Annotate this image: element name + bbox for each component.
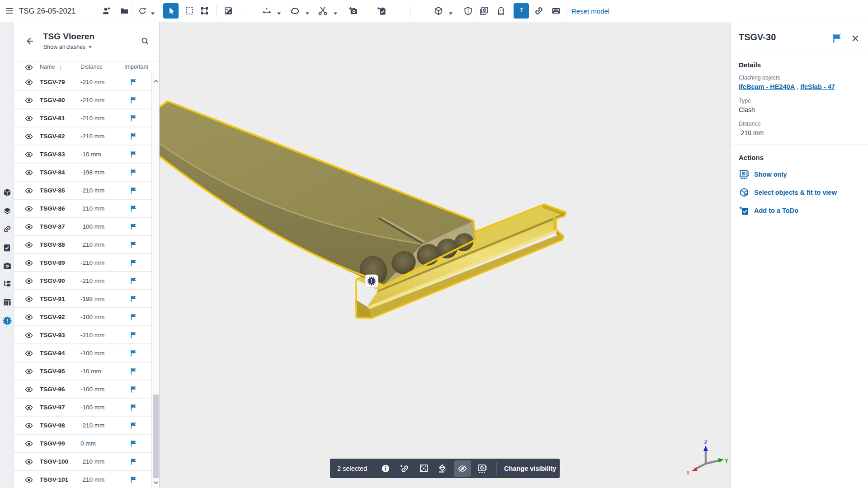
clash-name[interactable]: TSGV-82 [40,133,65,140]
clash-row[interactable]: TSGV-100 -210 mm [14,453,160,471]
important-flag-icon[interactable] [832,33,843,44]
important-flag-icon[interactable] [130,385,137,393]
clash-row[interactable]: TSGV-94 -100 mm [14,344,160,362]
rail-clash-detection-icon-active[interactable]: ! [0,313,14,328]
clash-row[interactable]: TSGV-101 -210 mm [14,471,160,488]
measure-caret-icon[interactable] [277,9,281,13]
column-distance[interactable]: Distance [80,64,103,70]
clash-marker[interactable]: ! [365,275,378,287]
back-arrow-icon[interactable] [23,35,36,47]
change-visibility-button[interactable]: Change visibility [504,465,556,472]
adjust-contrast-icon[interactable] [221,3,236,19]
rail-models-icon[interactable] [0,185,14,200]
clash-name[interactable]: TSGV-101 [40,476,68,483]
clash-name[interactable]: TSGV-94 [40,350,65,357]
visibility-eye-icon[interactable] [25,187,33,195]
add-collaborator-icon[interactable] [99,3,114,19]
important-flag-icon[interactable] [130,458,137,465]
fit-selection-icon[interactable] [418,463,429,474]
important-flag-icon[interactable] [130,223,137,230]
important-flag-icon[interactable] [130,277,137,285]
folder-icon[interactable] [117,3,132,19]
visibility-eye-icon[interactable] [25,385,33,394]
clash-row[interactable]: TSGV-88 -210 mm [14,236,160,254]
hamburger-menu-icon[interactable] [2,3,17,19]
measure-tool[interactable]: x [259,3,274,19]
clash-name[interactable]: TSGV-89 [40,259,65,266]
important-flag-icon[interactable] [130,78,137,86]
clash-name[interactable]: TSGV-98 [40,422,65,429]
visibility-eye-icon[interactable] [25,205,33,213]
rail-snapshots-icon[interactable] [0,258,14,273]
important-flag-icon[interactable] [130,169,137,176]
hide-selected-icon-active[interactable] [454,460,471,477]
visibility-eye-icon[interactable] [25,476,33,484]
important-flag-icon[interactable] [130,440,137,447]
important-flag-icon[interactable] [130,241,137,249]
ghost-mode-icon[interactable] [493,3,509,19]
select-arrow-tool[interactable] [163,3,179,19]
scroll-up-icon[interactable] [153,79,159,84]
important-flag-icon[interactable] [130,404,137,411]
important-flag-icon[interactable] [130,331,137,339]
clash-row[interactable]: TSGV-80 -210 mm [14,91,160,109]
clash-row[interactable]: TSGV-95 -10 mm [14,362,160,380]
show-only-action[interactable]: Show only [739,168,861,181]
clash-row[interactable]: TSGV-93 -210 mm [14,326,160,344]
clash-name[interactable]: TSGV-80 [40,97,65,103]
column-name[interactable]: Name [40,64,55,70]
section-cut-caret-icon[interactable] [333,9,338,13]
reset-model-button[interactable]: Reset model [571,0,609,22]
clash-name[interactable]: TSGV-93 [40,332,65,338]
undo-redo-icon[interactable] [135,3,150,19]
rail-tables-icon[interactable] [0,295,14,310]
clash-name[interactable]: TSGV-86 [40,205,65,212]
clash-row[interactable]: TSGV-83 -10 mm [14,145,160,164]
paint-bucket-icon[interactable] [437,463,448,474]
clash-name[interactable]: TSGV-97 [40,404,65,411]
help-button[interactable]: ? [514,3,529,19]
visibility-eye-icon[interactable] [25,150,33,159]
clash-row[interactable]: TSGV-98 -210 mm [14,417,160,435]
clash-name[interactable]: TSGV-100 [40,458,68,465]
clash-name[interactable]: TSGV-95 [40,368,65,375]
view-cube-caret-icon[interactable] [448,9,453,13]
important-flag-icon[interactable] [130,259,137,267]
clash-row[interactable]: TSGV-85 -210 mm [14,182,160,200]
clash-name[interactable]: TSGV-88 [40,241,65,248]
todo-add-toolbar-icon[interactable] [374,3,390,19]
view-cube-tool[interactable] [431,3,446,19]
ifc-slab-47[interactable] [160,101,476,289]
protect-shield-icon[interactable] [460,3,476,19]
undo-redo-caret-icon[interactable] [151,9,155,13]
axis-gizmo[interactable]: Z Y X [684,440,729,481]
share-link-icon[interactable] [531,3,547,19]
clash-row[interactable]: TSGV-90 -210 mm [14,272,160,290]
sort-descending-icon[interactable]: ↓ [59,64,61,70]
keyboard-grid-icon[interactable] [548,3,564,19]
rail-todos-icon[interactable] [0,240,14,255]
markup-2d-icon[interactable] [476,3,491,19]
important-flag-icon[interactable] [130,150,137,158]
visibility-eye-icon[interactable] [25,404,33,412]
clash-name[interactable]: TSGV-87 [40,223,65,230]
scroll-down-icon[interactable] [153,480,159,485]
clash-row[interactable]: TSGV-82 -210 mm [14,127,160,145]
important-flag-icon[interactable] [130,295,137,303]
search-icon[interactable] [139,35,151,47]
clash-row[interactable]: TSGV-99 0 mm [14,435,160,453]
rail-hierarchy-icon[interactable] [0,276,14,291]
important-flag-icon[interactable] [130,367,137,375]
visibility-eye-icon[interactable] [25,132,33,141]
visibility-eye-icon[interactable] [25,313,33,321]
close-icon[interactable] [849,33,861,44]
visibility-eye-icon[interactable] [25,458,33,466]
important-flag-icon[interactable] [130,349,137,357]
visibility-eye-icon[interactable] [25,349,33,357]
select-polygon-tool[interactable] [197,3,212,19]
chevron-up-icon[interactable]: ▲ [560,466,564,471]
select-objects-fit-action[interactable]: Select objects & fit to view [739,186,861,199]
important-flag-icon[interactable] [130,313,137,321]
visibility-eye-icon[interactable] [25,422,33,430]
visibility-eye-icon[interactable] [25,259,33,267]
